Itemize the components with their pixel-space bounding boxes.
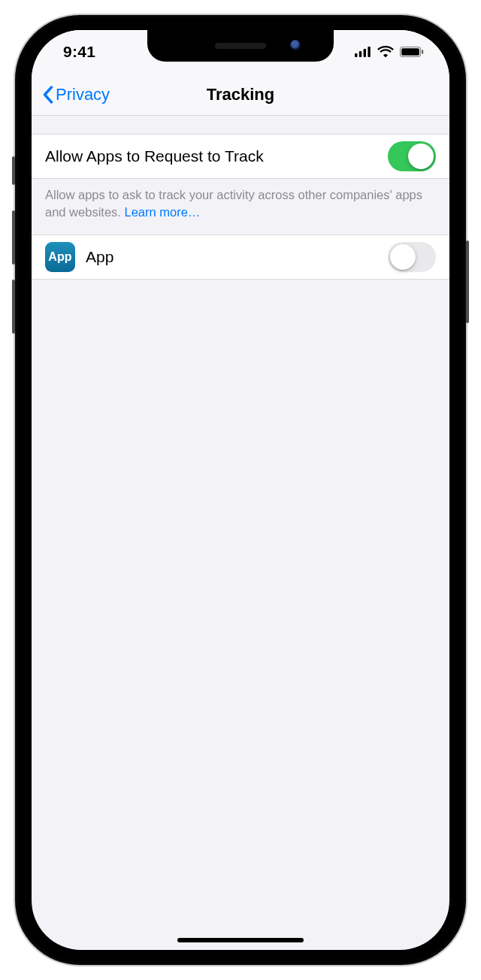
notch [147,30,334,62]
svg-rect-6 [422,50,423,54]
wifi-icon [377,46,394,58]
svg-rect-1 [359,51,362,57]
mute-switch [12,156,15,185]
screen: 9:41 Privacy Tracking [32,30,449,950]
allow-request-cell: Allow Apps to Request to Track [32,134,449,179]
volume-up-button [12,210,15,265]
learn-more-link[interactable]: Learn more… [124,205,200,219]
cellular-icon [355,47,371,57]
toggle-knob [390,244,416,270]
app-toggle[interactable] [388,242,436,272]
nav-bar: Privacy Tracking [32,74,449,116]
chevron-left-icon [42,86,54,104]
back-label: Privacy [56,85,110,104]
device-frame: 9:41 Privacy Tracking [15,15,466,965]
svg-rect-3 [368,47,370,57]
section-footer: Allow apps to ask to track your activity… [32,179,449,234]
app-cell: App App [32,234,449,280]
battery-icon [400,47,424,57]
back-button[interactable]: Privacy [38,85,110,104]
status-indicators [355,46,428,58]
app-icon: App [45,242,75,272]
app-label: App [86,248,113,266]
power-button [466,240,469,323]
front-camera [290,40,301,50]
home-indicator[interactable] [177,938,304,942]
status-time: 9:41 [53,43,95,61]
svg-rect-2 [364,49,366,57]
speaker-grille [215,43,266,49]
volume-down-button [12,280,15,334]
content: Allow Apps to Request to Track Allow app… [32,116,449,280]
footer-text: Allow apps to ask to track your activity… [45,188,422,219]
svg-rect-0 [355,53,357,57]
allow-request-label: Allow Apps to Request to Track [45,147,264,165]
allow-request-toggle[interactable] [388,141,436,171]
svg-rect-5 [401,48,419,56]
toggle-knob [408,144,434,169]
